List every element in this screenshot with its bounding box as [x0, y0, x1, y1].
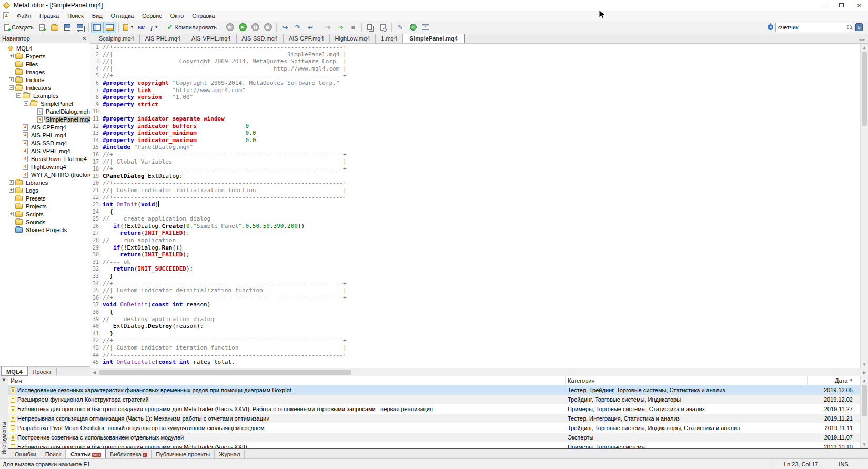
article-row[interactable]: Непрерывная скользящая оптимизация (Част… [8, 414, 860, 423]
save-button[interactable] [61, 22, 74, 33]
debug-start-button[interactable]: ▶ [236, 22, 249, 33]
tree-item-MQL4[interactable]: MQL4 [0, 44, 90, 52]
article-row[interactable]: Разработка Pivot Mean Oscillator: новый … [8, 423, 860, 433]
tree-item-Libraries[interactable]: +Libraries [0, 178, 90, 186]
menu-item-Файл[interactable]: Файл [13, 12, 35, 20]
next-statement-button[interactable]: ⇒ [321, 22, 334, 33]
tree-item-AIS-SSD.mq4[interactable]: 4AIS-SSD.mq4 [0, 139, 90, 147]
editor-vertical-scrollbar[interactable]: ▲ ▼ [860, 44, 868, 368]
menu-item-Правка[interactable]: Правка [35, 12, 63, 20]
code-editor[interactable]: 1//+------------------------------------… [90, 44, 860, 368]
tree-item-Include[interactable]: +Include [0, 76, 90, 84]
navigator-tab-MQL4[interactable]: MQL4 [1, 367, 28, 376]
navigator-tab-Проект[interactable]: Проект [28, 368, 57, 375]
insert-variable-button[interactable]: var [135, 22, 148, 33]
editor-tab-AIS-PHL.mq4[interactable]: AIS-PHL.mq4 [140, 34, 186, 43]
toolbox-tab-Поиск[interactable]: Поиск [41, 450, 66, 458]
expand-icon[interactable]: + [9, 212, 14, 216]
debug-stop-button[interactable] [261, 22, 274, 33]
editor-tab-HighLow.mq4[interactable]: HighLow.mq4 [330, 34, 376, 43]
expand-icon[interactable]: + [9, 77, 14, 82]
debug-pause-button[interactable] [249, 22, 261, 33]
menu-item-Справка[interactable]: Справка [188, 12, 219, 20]
tab-scroll-right-icon[interactable]: ▸ [862, 37, 865, 42]
expand-icon[interactable]: + [9, 54, 14, 58]
scroll-down-icon[interactable]: ▼ [861, 361, 868, 368]
scroll-up-icon[interactable]: ▲ [861, 376, 868, 384]
navigator-close-icon[interactable]: ✕ [80, 35, 88, 42]
restore-button[interactable] [832, 0, 850, 11]
check-syntax-button[interactable]: ✓ [407, 22, 419, 33]
article-row[interactable]: Библиотека для простого и быстрого созда… [8, 404, 860, 414]
expand-icon[interactable]: + [9, 188, 14, 193]
article-row[interactable]: Построение советника с использованием от… [8, 433, 860, 442]
tree-item-Examples[interactable]: −Examples [0, 92, 90, 99]
collapse-icon[interactable]: − [16, 93, 21, 98]
column-header-date[interactable]: Дата▾ [808, 376, 860, 385]
tree-item-AIS-VPHL.mq4[interactable]: 4AIS-VPHL.mq4 [0, 147, 90, 155]
tree-item-HighLow.mq4[interactable]: 4HighLow.mq4 [0, 163, 90, 171]
scrollbar-thumb[interactable] [862, 385, 867, 416]
run-to-cursor-button[interactable]: ⇒ [334, 22, 347, 33]
tree-item-Files[interactable]: Files [0, 60, 90, 68]
article-row[interactable]: Расширяем функционал Конструктора страте… [8, 395, 860, 404]
open-file-button[interactable] [48, 22, 61, 33]
new-file-button[interactable]: Создать [2, 22, 36, 33]
editor-tab-SimplePanel.mq4[interactable]: SimplePanel.mq4 [403, 34, 465, 43]
expand-icon[interactable]: + [9, 180, 14, 185]
compile-button[interactable]: ✓Компилировать [165, 22, 219, 33]
step-over-button[interactable]: ↷ [291, 22, 304, 33]
new-project-button[interactable] [36, 22, 48, 33]
scroll-up-icon[interactable]: ▲ [861, 44, 868, 51]
tree-item-WYFX_NITRO (trueforex.p[interactable]: 4WYFX_NITRO (trueforex.p [0, 171, 90, 178]
search-settings-gear-icon[interactable] [768, 24, 773, 30]
tree-item-SimplePanel.mq4[interactable]: 4SimplePanel.mq4 [0, 115, 90, 123]
close-button[interactable]: × [850, 0, 868, 11]
scrollbar-thumb[interactable] [99, 370, 351, 375]
save-all-button[interactable] [74, 22, 86, 33]
step-out-button[interactable]: ↩ [304, 22, 317, 33]
menu-item-Вид[interactable]: Вид [88, 12, 107, 20]
tree-item-Sounds[interactable]: Sounds [0, 218, 90, 226]
step-into-button[interactable]: ↪ [279, 22, 291, 33]
community-button[interactable]: 5 [855, 23, 863, 31]
tree-item-AIS-PHL.mq4[interactable]: 4AIS-PHL.mq4 [0, 131, 90, 139]
tree-item-Projects[interactable]: Projects [0, 202, 90, 210]
tree-item-PanelDialog.mqh[interactable]: hPanelDialog.mqh [0, 107, 90, 115]
scroll-right-icon[interactable]: ▶ [861, 370, 868, 375]
styler-button[interactable]: ✎ [394, 22, 407, 33]
toolbox-vertical-scrollbar[interactable]: ▲ ▼ [860, 376, 868, 448]
toggle-toolbox-button[interactable] [104, 22, 116, 33]
breakpoints-button[interactable]: ■ [347, 22, 359, 33]
toolbox-close-icon[interactable]: ✕ [2, 376, 6, 383]
search-icon[interactable] [846, 24, 853, 31]
article-row[interactable]: Библиотека для простого и быстрого созда… [8, 442, 860, 448]
menu-item-Поиск[interactable]: Поиск [63, 12, 87, 20]
tree-item-BreakDown_Flat.mq4[interactable]: 4BreakDown_Flat.mq4 [0, 155, 90, 163]
collapse-icon[interactable]: − [9, 85, 14, 90]
scroll-left-icon[interactable]: ◀ [90, 370, 98, 375]
toolbox-tab-Библиотека[interactable]: Библиотека1 [106, 450, 152, 458]
editor-tab-AIS-SSD.mq4[interactable]: AIS-SSD.mq4 [237, 34, 284, 43]
column-header-name[interactable]: Имя [8, 376, 566, 385]
insert-function-dropdown[interactable]: f▾ [148, 22, 160, 33]
column-header-category[interactable]: Категория [566, 376, 808, 385]
editor-tab-AIS-CPF.mq4[interactable]: AIS-CPF.mq4 [284, 34, 330, 43]
tree-item-Scripts[interactable]: +Scripts [0, 210, 90, 218]
article-row[interactable]: Исследование сезонных характеристик фина… [8, 385, 860, 395]
editor-tab-AIS-VPHL.mq4[interactable]: AIS-VPHL.mq4 [186, 34, 237, 43]
tree-item-Shared Projects[interactable]: Shared Projects [0, 226, 90, 234]
editor-tab-1.mq4[interactable]: 1.mq4 [376, 34, 403, 43]
debug-history-button[interactable]: ▶ [224, 22, 236, 33]
tree-item-Images[interactable]: Images [0, 68, 90, 76]
tree-item-Indicators[interactable]: −Indicators [0, 84, 90, 92]
search-in-files-button[interactable] [377, 22, 389, 33]
tab-scroll-left-icon[interactable]: ◂ [859, 37, 862, 42]
tree-item-SimplePanel[interactable]: −SimplePanel [0, 99, 90, 107]
scroll-down-icon[interactable]: ▼ [861, 441, 868, 448]
editor-tab-Scalping.mq4[interactable]: Scalping.mq4 [94, 34, 140, 43]
templates-dropdown[interactable]: ▾ [121, 22, 135, 33]
menu-item-Сервис[interactable]: Сервис [138, 12, 166, 20]
toolbox-tab-Публичные проекты[interactable]: Публичные проекты [152, 450, 215, 458]
open-chart-button[interactable] [419, 22, 432, 33]
